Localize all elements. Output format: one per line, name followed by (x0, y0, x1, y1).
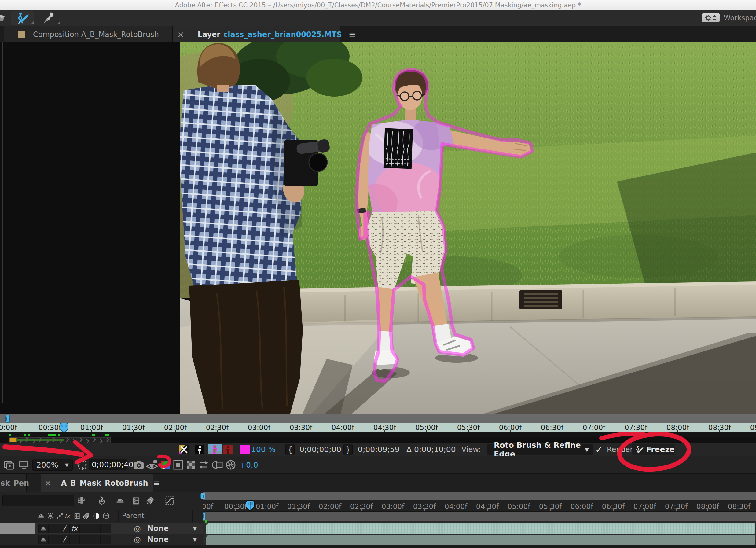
toggle-alpha-overlay-icon[interactable] (223, 445, 233, 454)
motion-blur-icon[interactable] (146, 496, 155, 505)
quality-dots-icon[interactable] (56, 512, 64, 520)
timeline-ruler[interactable]: 0:00f00:30f01:00f01:30f02:00f02:30f03:00… (203, 500, 756, 512)
ruler-tick (487, 508, 488, 511)
fx-icon[interactable]: fx (64, 512, 72, 520)
layer-bar-2[interactable] (206, 535, 755, 545)
render-checkbox[interactable]: ✓ (595, 443, 603, 456)
time-navigator[interactable] (0, 414, 756, 423)
out-point-value[interactable]: 0;00;09;59 (358, 443, 400, 456)
panel-menu-icon[interactable]: ≡ (153, 478, 160, 488)
in-point-value[interactable]: 0;00;00;00 (299, 443, 341, 456)
view-dropdown[interactable]: Roto Brush & Refine Edge ▼ (487, 444, 593, 455)
transparency-grid-icon[interactable] (186, 460, 196, 470)
toggle-transparency-icon[interactable] (179, 445, 189, 454)
cache-mark (105, 434, 109, 436)
ruler-label: 09:00f (754, 502, 756, 510)
show-channel-icon[interactable] (160, 460, 171, 470)
boundary-color-swatch[interactable] (240, 445, 250, 454)
parent-pickwhip-icon[interactable]: ◎ (134, 524, 141, 533)
layer-row-2[interactable]: / ◎ None ▼ (0, 534, 203, 545)
close-tab-icon[interactable]: × (45, 479, 51, 488)
parent-dropdown-row-2[interactable]: None ▼ (144, 535, 202, 544)
draft-3d-icon[interactable] (97, 496, 106, 505)
quality-toggle[interactable]: / (63, 535, 65, 544)
current-time-display[interactable]: 0;00;00;40 (89, 459, 127, 470)
timeline-tab-bar: sk_Pen × A_B_Mask_RotoBrush ≡ (0, 473, 756, 493)
ruler-tick (384, 430, 385, 432)
motion-blur-icon[interactable] (83, 512, 90, 520)
layer-row-1-selection[interactable] (0, 523, 35, 534)
exposure-value[interactable]: +0.0 (240, 456, 258, 474)
graph-editor-icon[interactable] (165, 496, 174, 505)
comp-mini-search[interactable] (2, 495, 74, 506)
tab-rotobrush-timeline[interactable]: × A_B_Mask_RotoBrush ≡ (41, 474, 153, 492)
layer-time-ruler[interactable]: 0:00f00:30f01:00f01:30f02:00f02:30f03:00… (0, 423, 756, 433)
roto-brush-tool-button[interactable] (11, 11, 34, 25)
show-snapshot-icon[interactable] (146, 460, 158, 470)
tab-composition[interactable]: Composition A_B_Mask_RotoBrush (4, 26, 173, 42)
region-of-interest-icon[interactable] (77, 460, 87, 470)
parent-pickwhip-icon[interactable]: ◎ (134, 535, 141, 544)
fx-badge[interactable]: fx (72, 525, 78, 532)
navigator-start-bracket[interactable] (5, 415, 10, 423)
channel-settings-icon[interactable] (173, 460, 183, 470)
pixel-aspect-icon[interactable] (211, 460, 223, 470)
span-chevron (38, 437, 42, 442)
puppet-pin-tool-button[interactable] (37, 11, 61, 25)
shy-icon[interactable] (37, 512, 45, 520)
toggle-alpha-boundary-icon[interactable] (208, 444, 222, 454)
parent-dropdown-row-1[interactable]: None ▼ (144, 524, 202, 533)
frame-blend-icon[interactable] (73, 512, 81, 520)
quality-toggle[interactable]: / (63, 524, 65, 533)
close-tab-icon[interactable]: × (177, 30, 184, 39)
partial-tool-button[interactable] (0, 11, 6, 25)
work-area-bar[interactable] (203, 512, 756, 521)
layer-playhead[interactable] (60, 423, 68, 433)
alpha-boundary-opacity[interactable]: 100 % (251, 443, 275, 456)
timeline-playhead[interactable] (246, 500, 255, 511)
layer-bar-1[interactable] (206, 523, 755, 534)
ruler-tick (301, 430, 301, 432)
timeline-navigator[interactable] (203, 492, 756, 500)
snapshot-icon[interactable] (133, 460, 144, 470)
layer-tab-label: Layer (198, 30, 221, 39)
adjustment-icon[interactable] (92, 512, 100, 520)
ruler-tick (91, 430, 92, 432)
frame-blend-icon[interactable] (131, 496, 141, 505)
shy-icon[interactable] (40, 536, 47, 543)
chevron-down-icon: ▼ (65, 462, 69, 468)
primary-viewer-icon[interactable] (18, 460, 29, 470)
cube-icon[interactable] (102, 512, 110, 520)
navigator-start-bracket[interactable] (200, 493, 205, 499)
ruler-tick (426, 430, 427, 432)
magnification-dropdown[interactable]: 200% ▼ (32, 459, 73, 471)
span-chevron (51, 437, 56, 442)
freeze-button[interactable]: Freeze (632, 444, 675, 455)
tab-layer[interactable]: × Layer class_asher_brian00025.MTS ≡ (173, 26, 340, 42)
workspace-gear-icon (705, 14, 717, 21)
timeline-graph-area[interactable]: 0:00f00:30f01:00f01:30f02:00f02:30f03:00… (203, 492, 756, 548)
always-preview-icon[interactable] (4, 460, 15, 470)
view-layout-icon[interactable] (199, 460, 209, 470)
freeze-rotobrush-icon (635, 445, 644, 454)
toggle-alpha-icon[interactable] (195, 445, 204, 454)
window-title: Adobe After Effects CC 2015 – /Users/miy… (175, 2, 581, 9)
rotobrush-span[interactable] (9, 437, 111, 443)
chevron-down-icon: ▼ (193, 525, 197, 531)
span-start-handle[interactable] (9, 438, 17, 442)
collapse-icon[interactable] (46, 512, 54, 520)
exposure-icon[interactable] (226, 460, 236, 470)
viewer-controls: 100 % { 0;00;00;00 } 0;00;09;59 Δ 0;00;1… (0, 443, 756, 456)
shy-icon[interactable] (40, 525, 47, 532)
workspace-button[interactable] (702, 13, 720, 22)
layer-row-1[interactable]: / fx ◎ None ▼ (0, 523, 203, 534)
shy-icon[interactable] (116, 496, 125, 505)
out-point-button[interactable]: } (343, 444, 353, 455)
render-label[interactable]: Render (607, 443, 633, 456)
cache-mark (205, 520, 207, 523)
panel-menu-icon[interactable]: ≡ (349, 29, 356, 39)
composition-flowchart-icon[interactable] (76, 496, 86, 505)
parent-column-label: Parent (122, 512, 145, 520)
in-point-button[interactable]: { (285, 444, 295, 455)
tab-mask-pen[interactable]: sk_Pen (0, 474, 27, 492)
